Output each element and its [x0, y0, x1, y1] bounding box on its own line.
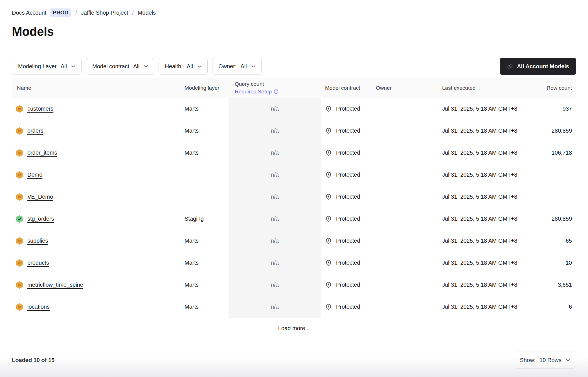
modeling-layer-cell: Marts [183, 142, 229, 164]
row-count-cell: 106,718 [537, 142, 576, 164]
header-last-executed-label: Last executed [442, 85, 475, 91]
owner-cell [375, 98, 415, 120]
owner-cell [375, 296, 415, 318]
name-cell: customers [12, 98, 183, 120]
model-contract-cell: Protected [321, 142, 375, 164]
owner-cell [375, 186, 415, 208]
table-body: customers Marts n/a Protected Jul 31, 20… [12, 98, 576, 318]
shield-exclamation-icon [325, 303, 332, 310]
model-name-link[interactable]: orders [27, 128, 43, 134]
name-cell: products [12, 252, 183, 274]
name-cell: VE_Demo [12, 186, 183, 208]
table-row: metricflow_time_spine Marts n/a Protecte… [12, 274, 576, 296]
health-success-icon [16, 215, 23, 223]
filter-health[interactable]: Health: All [159, 58, 208, 75]
query-count-cell: n/a [229, 230, 321, 252]
model-contract-label: Protected [336, 106, 360, 112]
breadcrumb-current: Models [138, 10, 156, 16]
name-cell: stg_orders [12, 208, 183, 230]
shield-exclamation-icon [325, 193, 332, 200]
name-cell: order_items [12, 142, 183, 164]
filter-label: Health: [165, 63, 183, 70]
table-row: products Marts n/a Protected Jul 31, 202… [12, 252, 576, 274]
model-contract-label: Protected [336, 150, 360, 156]
row-count-cell: 280,859 [537, 120, 576, 142]
table-row: orders Marts n/a Protected Jul 31, 2025,… [12, 120, 576, 142]
shield-exclamation-icon [325, 237, 332, 244]
row-count-cell: 937 [537, 98, 576, 120]
shield-exclamation-icon [325, 105, 332, 112]
row-count-cell [537, 164, 576, 186]
row-count-cell: 65 [537, 230, 576, 252]
breadcrumb-separator: / [131, 10, 134, 16]
filter-owner[interactable]: Owner: All [212, 58, 262, 75]
model-contract-cell: Protected [321, 252, 375, 274]
model-name-link[interactable]: order_items [27, 150, 57, 156]
chevron-down-icon [71, 65, 75, 68]
query-count-cell: n/a [229, 252, 321, 274]
header-last-executed[interactable]: Last executed↓ [415, 83, 537, 93]
modeling-layer-cell: Marts [183, 274, 229, 296]
show-rows-label: Show: [520, 357, 536, 363]
header-query-count: Query count Requires Setup [229, 78, 321, 98]
environment-badge: PROD [50, 8, 71, 17]
model-contract-label: Protected [336, 194, 360, 200]
model-contract-cell: Protected [321, 164, 375, 186]
model-contract-label: Protected [336, 128, 360, 134]
model-contract-label: Protected [336, 304, 360, 310]
shield-exclamation-icon [325, 149, 332, 156]
breadcrumb-project[interactable]: Jaffle Shop Project [81, 10, 128, 16]
info-circle-icon [273, 89, 279, 94]
filter-modeling-layer[interactable]: Modeling Layer All [12, 58, 82, 75]
name-cell: locations [12, 296, 183, 318]
load-more-link[interactable]: Load more... [278, 325, 310, 332]
last-executed-cell: Jul 31, 2025, 5:18 AM GMT+8 [415, 296, 537, 318]
header-name: Name [12, 83, 183, 93]
model-name-link[interactable]: VE_Demo [27, 194, 53, 200]
model-contract-cell: Protected [321, 186, 375, 208]
modeling-layer-cell: Marts [183, 120, 229, 142]
model-name-link[interactable]: locations [27, 304, 50, 310]
all-account-models-button[interactable]: All Account Models [500, 58, 576, 75]
header-modeling-layer: Modeling layer [183, 83, 229, 93]
model-contract-cell: Protected [321, 120, 375, 142]
model-name-link[interactable]: Demo [27, 172, 42, 178]
row-count-cell: 3,651 [537, 274, 576, 296]
requires-setup-label: Requires Setup [235, 88, 272, 96]
query-count-cell: n/a [229, 164, 321, 186]
show-rows-dropdown[interactable]: Show: 10 Rows [514, 352, 576, 369]
model-name-link[interactable]: stg_orders [27, 216, 54, 222]
filter-model-contract[interactable]: Model contract All [86, 58, 154, 75]
owner-cell [375, 142, 415, 164]
model-name-link[interactable]: customers [27, 106, 53, 112]
owner-cell [375, 230, 415, 252]
health-warning-icon [16, 171, 23, 179]
model-name-link[interactable]: metricflow_time_spine [27, 282, 83, 288]
last-executed-cell: Jul 31, 2025, 5:18 AM GMT+8 [415, 120, 537, 142]
owner-cell [375, 208, 415, 230]
model-name-link[interactable]: products [27, 260, 49, 266]
table-row: VE_Demo n/a Protected Jul 31, 2025, 5:18… [12, 186, 576, 208]
model-contract-label: Protected [336, 238, 360, 244]
query-count-cell: n/a [229, 98, 321, 120]
show-rows-value: 10 Rows [539, 357, 561, 363]
health-warning-icon [16, 281, 23, 289]
models-table: Name Modeling layer Query count Requires… [12, 78, 576, 339]
header-query-count-label: Query count [235, 80, 321, 88]
requires-setup-link[interactable]: Requires Setup [235, 88, 279, 96]
filter-value: All [133, 63, 139, 70]
last-executed-cell: Jul 31, 2025, 5:18 AM GMT+8 [415, 230, 537, 252]
breadcrumb-account[interactable]: Docs Account [12, 10, 46, 16]
query-count-cell: n/a [229, 142, 321, 164]
health-warning-icon [16, 193, 23, 201]
header-owner: Owner [375, 83, 415, 93]
header-model-contract: Model contract [321, 83, 375, 93]
model-contract-label: Protected [336, 260, 360, 266]
filter-label: Modeling Layer [18, 63, 57, 70]
owner-cell [375, 252, 415, 274]
model-name-link[interactable]: supplies [27, 238, 48, 244]
shield-exclamation-icon [325, 127, 332, 134]
query-count-cell: n/a [229, 208, 321, 230]
shield-exclamation-icon [325, 215, 332, 222]
name-cell: orders [12, 120, 183, 142]
